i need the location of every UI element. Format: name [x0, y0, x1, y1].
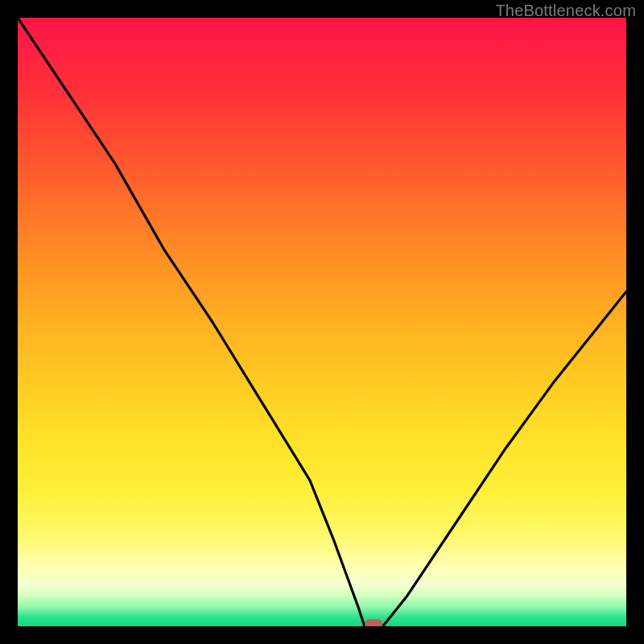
bottleneck-curve-line: [18, 18, 626, 626]
chart-frame: TheBottleneck.com: [0, 0, 644, 644]
plot-area: [18, 18, 626, 626]
minimum-marker: [365, 619, 382, 626]
curve-svg: [18, 18, 626, 626]
